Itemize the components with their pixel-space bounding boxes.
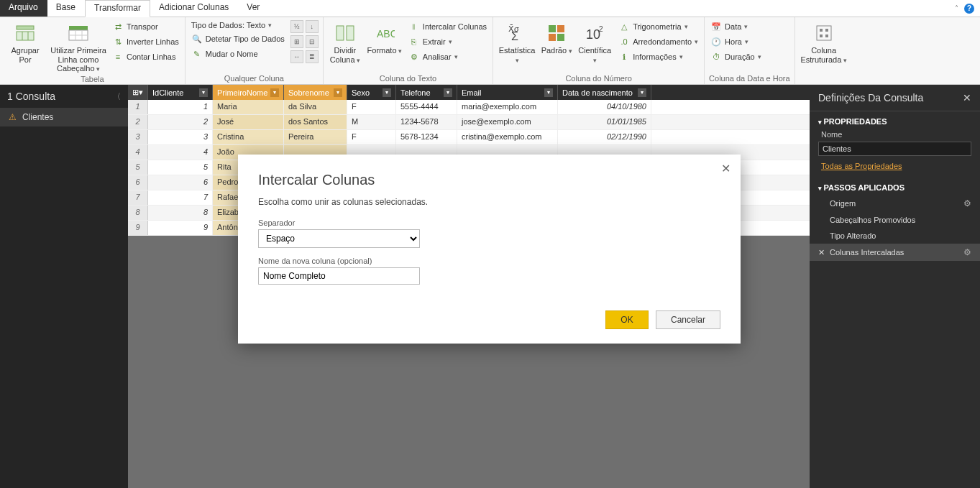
tab-addcolumns[interactable]: Adicionar Colunas [150, 0, 238, 17]
merge-columns-button[interactable]: ⫴Intercalar Colunas [407, 20, 488, 33]
filter-icon[interactable]: ▾ [383, 88, 391, 97]
unpivot-icon[interactable]: ⊟ [306, 35, 319, 48]
col-datanascimento[interactable]: Data de nascimento▾ [558, 85, 651, 100]
move-icon[interactable]: ↔ [290, 50, 303, 63]
extract-button[interactable]: ⎘Extrair [407, 35, 488, 48]
filter-icon[interactable]: ▾ [544, 88, 553, 97]
split-column-button[interactable]: Dividir Coluna [328, 20, 362, 64]
info-button[interactable]: ℹInformações [617, 50, 700, 63]
filter-icon[interactable]: ▾ [199, 88, 208, 97]
tab-view[interactable]: Ver [238, 0, 269, 17]
svg-rect-17 [557, 34, 564, 41]
date-button[interactable]: 📅Data [709, 20, 763, 33]
col-telefone[interactable]: Telefone▾ [396, 85, 457, 100]
col-email[interactable]: Email▾ [457, 85, 558, 100]
col-sobrenome[interactable]: Sobrenome▾ [284, 85, 347, 100]
groupby-button[interactable]: Agrupar Por [4, 20, 46, 64]
transpose-button[interactable]: ⇄Transpor [111, 20, 180, 33]
query-settings-panel: Definições Da Consulta ✕ PROPRIEDADES No… [810, 85, 980, 488]
filter-icon[interactable]: ▾ [444, 88, 452, 97]
applied-step[interactable]: ✕Colunas Intercaladas⚙ [810, 244, 980, 261]
rounding-button[interactable]: .0Arredondamento [617, 35, 700, 48]
table-row[interactable]: 33CristinaPereiraF5678-1234cristina@exem… [128, 130, 810, 145]
query-item-clientes[interactable]: ⚠ Clientes [0, 108, 128, 126]
svg-rect-21 [820, 29, 823, 32]
svg-rect-24 [825, 34, 828, 37]
gear-icon[interactable]: ⚙ [963, 247, 971, 257]
col-sexo[interactable]: Sexo▾ [347, 85, 396, 100]
ribbon-group-numbercolumn: X̄σΣ Estatística Padrão 102 Científica △… [493, 17, 705, 84]
table-row[interactable]: 11Mariada SilvaF5555-4444maria@exemplo.c… [128, 100, 810, 115]
separator-label: Separador [258, 218, 720, 227]
queries-panel: 1 Consulta 〈 ⚠ Clientes [0, 85, 128, 488]
filter-icon[interactable]: ▾ [334, 88, 342, 97]
help-icon[interactable]: ? [964, 4, 974, 14]
table-row[interactable]: 22Josédos SantosM1234-5678jose@exemplo.c… [128, 115, 810, 130]
col-primeironome[interactable]: PrimeiroNome▾ [213, 85, 284, 100]
svg-rect-1 [17, 32, 34, 40]
properties-section[interactable]: PROPRIEDADES [810, 111, 980, 129]
time-button[interactable]: 🕐Hora [709, 35, 763, 48]
gear-icon[interactable]: ⚙ [963, 198, 971, 208]
svg-rect-4 [69, 26, 88, 30]
newcol-input[interactable] [258, 267, 420, 285]
ribbon-group-datetime: 📅Data 🕐Hora ⏱Duração Coluna da Data e Ho… [705, 17, 795, 84]
filter-icon[interactable]: ▾ [638, 88, 646, 97]
duration-button[interactable]: ⏱Duração [709, 50, 763, 63]
triangle-icon: △ [618, 21, 630, 32]
structured-column-button[interactable]: Coluna Estruturada [800, 20, 848, 64]
pivot-icon[interactable]: ⊞ [290, 35, 303, 48]
collapse-queries-icon[interactable]: 〈 [113, 91, 121, 102]
convert-list-icon[interactable]: ≣ [306, 50, 319, 63]
datatype-button[interactable]: Tipo de Dados: Texto [190, 20, 286, 30]
separator-select[interactable]: Espaço [258, 229, 420, 248]
delete-step-icon[interactable]: ✕ [818, 248, 825, 257]
close-settings-icon[interactable]: ✕ [963, 92, 971, 103]
detect-type-button[interactable]: 🔍Detetar Tipo de Dados [190, 32, 286, 45]
settings-title: Definições Da Consulta ✕ [810, 85, 980, 111]
filter-icon[interactable]: ▾ [270, 88, 279, 97]
format-button[interactable]: ABC Formato [367, 20, 403, 55]
rename-button[interactable]: ✎Mudar o Nome [190, 47, 286, 60]
menu-tabs: Arquivo Base Transformar Adicionar Colun… [0, 0, 980, 17]
replace-values-icon[interactable]: ½ [290, 20, 303, 33]
groupby-icon [14, 22, 37, 45]
fill-icon[interactable]: ↓ [306, 20, 319, 33]
applied-step[interactable]: Origem⚙ [810, 195, 980, 212]
queries-header: 1 Consulta 〈 [0, 85, 128, 108]
dialog-close-icon[interactable]: ✕ [721, 162, 731, 175]
count-rows-button[interactable]: ≡Contar Linhas [111, 50, 180, 63]
collapse-ribbon-icon[interactable]: ˄ [955, 4, 958, 12]
applied-step[interactable]: Cabeçalhos Promovidos [810, 212, 980, 228]
svg-rect-15 [557, 25, 564, 32]
info-icon: ℹ [618, 51, 630, 63]
parse-button[interactable]: ⚙Analisar [407, 50, 488, 63]
cancel-button[interactable]: Cancelar [656, 310, 720, 329]
clock-icon: 🕐 [710, 36, 722, 47]
exponent-icon: 102 [583, 22, 606, 45]
reverse-rows-button[interactable]: ⇅Inverter Linhas [111, 35, 180, 48]
svg-text:ABC: ABC [377, 28, 395, 40]
col-idcliente[interactable]: IdCliente▾ [148, 85, 213, 100]
row-header-corner[interactable]: ⊞▾ [128, 85, 148, 100]
applied-steps-section[interactable]: PASSOS APLICADOS [810, 178, 980, 195]
svg-text:2: 2 [599, 25, 603, 33]
warning-icon: ⚠ [9, 112, 17, 122]
query-name-input[interactable] [818, 142, 971, 156]
round-icon: .0 [618, 36, 630, 47]
titlebar-right: ˄ ? [955, 0, 980, 17]
applied-step[interactable]: Tipo Alterado [810, 228, 980, 244]
scientific-button[interactable]: 102 Científica [577, 20, 613, 64]
ok-button[interactable]: OK [605, 310, 649, 329]
standard-button[interactable]: Padrão [541, 20, 572, 55]
all-properties-link[interactable]: Todas as Propriedades [810, 160, 980, 178]
tab-base[interactable]: Base [47, 0, 85, 17]
structured-icon [812, 22, 835, 45]
trig-button[interactable]: △Trigonometria [617, 20, 700, 33]
tab-file[interactable]: Arquivo [0, 0, 47, 17]
reverse-icon: ⇅ [112, 36, 124, 47]
calendar-icon: 📅 [710, 21, 722, 32]
statistics-button[interactable]: X̄σΣ Estatística [498, 20, 536, 64]
tab-transform[interactable]: Transformar [85, 0, 150, 17]
firstrow-header-button[interactable]: Utilizar Primeira Linha como Cabeçalho [50, 20, 106, 73]
